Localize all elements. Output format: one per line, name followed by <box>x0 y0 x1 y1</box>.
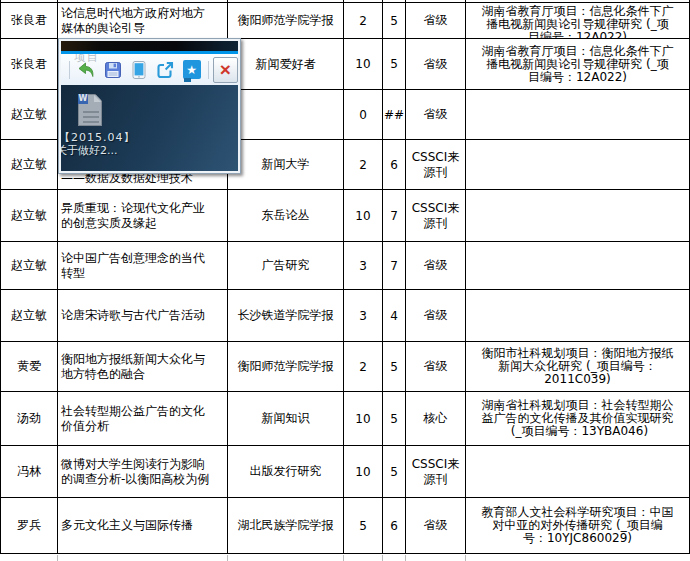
journal-cell[interactable]: 新闻知识 <box>228 392 344 445</box>
number-cell-1[interactable]: 10 <box>344 446 383 497</box>
gridline-stub <box>465 555 466 561</box>
number-cell-1[interactable]: 10 <box>344 39 383 89</box>
number-cell-2[interactable]: 7 <box>383 190 406 241</box>
number-cell-1[interactable]: 2 <box>344 342 383 391</box>
journal-level-cell[interactable]: 省级 <box>406 39 466 89</box>
journal-level-cell[interactable]: 省级 <box>406 498 466 553</box>
journal-cell[interactable]: 出版发行研究 <box>228 446 344 497</box>
project-cell[interactable]: 教育部人文社会科学研究项目：中国 对中亚的对外传播研究 (_项目编 号：10YJ… <box>466 498 690 553</box>
number-cell-2[interactable]: 5 <box>383 392 406 445</box>
number-cell-1[interactable]: 10 <box>344 392 383 445</box>
number-cell-1[interactable]: 2 <box>344 140 383 189</box>
favorite-star-icon: ★ <box>183 60 201 79</box>
paper-title-cell[interactable]: 微博对大学生阅读行为影响 的调查分析-以衡阳高校为例 <box>58 446 228 497</box>
journal-level-cell[interactable]: CSSCI来 源刊 <box>406 446 466 497</box>
author-cell[interactable]: 赵立敏 <box>1 290 58 341</box>
project-cell[interactable] <box>466 190 690 241</box>
number-cell-2[interactable]: 5 <box>383 342 406 391</box>
project-cell[interactable]: 湖南省教育厅项目：信息化条件下广 播电视新闻舆论引导规律研究 (_项 目编号：1… <box>466 39 690 89</box>
save-button[interactable] <box>101 58 123 82</box>
paper-title-cell[interactable]: 论中国广告创意理念的当代 转型 <box>58 242 228 289</box>
project-cell[interactable]: 湖南省教育厅项目：信息化条件下广 播电视新闻舆论引导规律研究 (_项 目编号：1… <box>466 3 690 38</box>
word-badge: W <box>78 94 88 104</box>
paper-title-cell[interactable]: 论唐宋诗歌与古代广告活动 <box>58 290 228 341</box>
table-row: 张良君 论信息时代地方政府对地方 媒体的舆论引导 衡阳师范学院学报 2 5 省级… <box>1 3 690 39</box>
project-cell[interactable]: 衡阳市社科规划项目：衡阳地方报纸 新闻大众化研究 (_项目编号： 2011C03… <box>466 342 690 391</box>
table-row: 黄爱 衡阳地方报纸新闻大众化与 地方特色的融合 衡阳师范学院学报 2 5 省级 … <box>1 342 690 392</box>
number-cell-1[interactable]: 2 <box>344 3 383 38</box>
table-row: 赵立敏 论中国广告创意理念的当代 转型 广告研究 3 7 省级 <box>1 242 690 290</box>
author-cell[interactable]: 冯林 <box>1 446 58 497</box>
author-cell[interactable]: 赵立敏 <box>1 242 58 289</box>
number-cell-2[interactable]: 5 <box>383 3 406 38</box>
project-cell[interactable] <box>466 446 690 497</box>
journal-cell[interactable]: 湖北民族学院学报 <box>228 498 344 553</box>
author-cell[interactable]: 赵立敏 <box>1 90 58 139</box>
number-cell-1[interactable]: 3 <box>344 242 383 289</box>
gridline-stub <box>382 555 383 561</box>
number-cell-1[interactable]: 0 <box>344 90 383 139</box>
toolbar-separator <box>208 61 209 79</box>
number-cell-2[interactable]: 4 <box>383 290 406 341</box>
doc-label-line2: 关于做好2... <box>61 143 118 158</box>
journal-cell[interactable]: 广告研究 <box>228 242 344 289</box>
author-cell[interactable]: 赵立敏 <box>1 190 58 241</box>
number-cell-1[interactable]: 3 <box>344 290 383 341</box>
author-cell[interactable]: 张良君 <box>1 39 58 89</box>
screenshot-preview-popup: 项目 <box>58 38 241 174</box>
journal-cell[interactable]: 新闻大学 <box>228 140 344 189</box>
gridline-stub <box>405 555 406 561</box>
table-row: 罗兵 多元文化主义与国际传播 湖北民族学院学报 5 6 省级 教育部人文社会科学… <box>1 498 690 554</box>
journal-level-cell[interactable]: 省级 <box>406 242 466 289</box>
project-cell[interactable] <box>466 290 690 341</box>
paper-title-cell[interactable]: 衡阳地方报纸新闻大众化与 地方特色的融合 <box>58 342 228 391</box>
journal-cell[interactable]: 新闻爱好者 <box>228 39 344 89</box>
view-on-screen-button[interactable] <box>128 58 150 82</box>
journal-cell[interactable]: 衡阳师范学院学报 <box>228 3 344 38</box>
table-row: 汤劲 社会转型期公益广告的文化 价值分析 新闻知识 10 5 核心 湖南省社科规… <box>1 392 690 446</box>
number-cell-1[interactable]: 10 <box>344 190 383 241</box>
number-cell-2[interactable]: 7 <box>383 242 406 289</box>
number-cell-2[interactable]: ## <box>383 90 406 139</box>
number-cell-2[interactable]: 6 <box>383 140 406 189</box>
author-cell[interactable]: 黄爱 <box>1 342 58 391</box>
project-cell[interactable] <box>466 242 690 289</box>
journal-cell[interactable]: 东岳论丛 <box>228 190 344 241</box>
project-cell[interactable] <box>466 140 690 189</box>
gridline-stub <box>343 555 344 561</box>
favorite-button[interactable]: ★ <box>180 58 202 82</box>
journal-cell[interactable]: 长沙铁道学院学报 <box>228 290 344 341</box>
ghost-text: 项目 <box>74 54 100 65</box>
table-row: 赵立敏 论唐宋诗歌与古代广告活动 长沙铁道学院学报 3 4 省级 <box>1 290 690 342</box>
preview-top-strip <box>61 41 238 51</box>
journal-level-cell[interactable]: 省级 <box>406 90 466 139</box>
journal-level-cell[interactable]: 省级 <box>406 3 466 38</box>
paper-title-cell[interactable]: 异质重现：论现代文化产业 的创意实质及缘起 <box>58 190 228 241</box>
paper-title-cell[interactable]: 论信息时代地方政府对地方 媒体的舆论引导 <box>58 3 228 38</box>
journal-level-cell[interactable]: 省级 <box>406 342 466 391</box>
journal-level-cell[interactable]: CSSCI来 源刊 <box>406 190 466 241</box>
paper-title-cell[interactable]: 社会转型期公益广告的文化 价值分析 <box>58 392 228 445</box>
number-cell-2[interactable]: 6 <box>383 498 406 553</box>
word-document-icon: W <box>78 94 102 126</box>
number-cell-1[interactable]: 5 <box>344 498 383 553</box>
number-cell-2[interactable]: 5 <box>383 446 406 497</box>
author-cell[interactable]: 赵立敏 <box>1 140 58 189</box>
journal-cell[interactable]: 衡阳师范学院学报 <box>228 342 344 391</box>
share-button[interactable] <box>154 58 176 82</box>
author-cell[interactable]: 汤劲 <box>1 392 58 445</box>
journal-level-cell[interactable]: 核心 <box>406 392 466 445</box>
journal-level-cell[interactable]: CSSCI来 源刊 <box>406 140 466 189</box>
author-cell[interactable]: 罗兵 <box>1 498 58 553</box>
number-cell-2[interactable]: 5 <box>383 39 406 89</box>
close-button[interactable]: × <box>213 57 238 83</box>
journal-level-cell[interactable]: 省级 <box>406 290 466 341</box>
paper-title-cell[interactable]: 多元文化主义与国际传播 <box>58 498 228 553</box>
project-cell[interactable]: 湖南省社科规划项目：社会转型期公 益广告的文化传播及其价值实现研究 (_项目编号… <box>466 392 690 445</box>
screen-icon <box>129 60 149 80</box>
table-row: 冯林 微博对大学生阅读行为影响 的调查分析-以衡阳高校为例 出版发行研究 10 … <box>1 446 690 498</box>
author-cell[interactable]: 张良君 <box>1 3 58 38</box>
project-cell[interactable] <box>466 90 690 139</box>
excel-table-screenshot: 张良君 论信息时代地方政府对地方 媒体的舆论引导 衡阳师范学院学报 2 5 省级… <box>0 0 690 561</box>
journal-cell[interactable] <box>228 90 344 139</box>
